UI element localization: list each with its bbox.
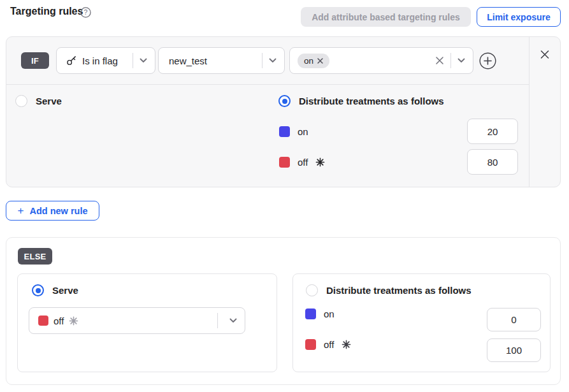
add-attribute-rules-button[interactable]: Add attribute based targeting rules [301,7,471,27]
selected-treatment-tag: on [298,54,329,68]
flag-select[interactable]: new_test [158,47,285,74]
treatment-on-swatch [279,126,290,137]
else-distribute-card: Distribute treatments as follows on off [292,273,551,372]
svg-text:?: ? [84,8,88,16]
matcher-select[interactable]: Is in flag [56,47,155,74]
else-serve-treatment-select[interactable]: off [29,307,245,334]
else-badge: ELSE [18,248,52,265]
treatment-row-off: off [279,149,325,175]
targeting-rules-page: Targeting rules ? Add attribute based ta… [0,0,569,392]
distribute-radio[interactable] [278,95,291,107]
else-treatment-row-off: off [305,331,351,357]
remove-tag-icon[interactable] [317,58,323,64]
else-distribute-label: Distribute treatments as follows [326,285,472,296]
treatment-off-swatch [305,339,316,350]
divider [133,53,133,68]
chevron-down-icon [140,58,147,63]
chevron-down-icon [229,318,237,323]
default-treatment-icon [315,157,325,167]
rule-card: IF Is in flag new_test [6,36,561,187]
else-treatment-off-percent-input[interactable] [487,338,541,362]
else-rule-card: ELSE Serve off Distr [6,237,561,385]
treatment-name: off [324,339,334,350]
add-new-rule-button[interactable]: + Add new rule [6,201,99,221]
plus-icon: + [18,205,24,216]
serve-label: Serve [36,96,62,106]
treatment-name: on [324,309,335,319]
default-treatment-icon [342,340,351,349]
else-treatment-on-percent-input[interactable] [487,308,541,331]
serve-option-row: Serve [15,95,62,107]
help-icon[interactable]: ? [80,7,91,18]
else-serve-card: Serve off [17,273,277,372]
divider [450,53,451,68]
else-distribute-radio[interactable] [306,284,318,296]
else-serve-option-row: Serve [32,284,78,296]
else-distribute-option-row: Distribute treatments as follows [306,284,472,296]
served-treatment-value: off [54,316,64,326]
matcher-select-value: Is in flag [82,55,118,66]
treatment-multiselect[interactable]: on [289,47,473,74]
else-serve-label: Serve [52,285,78,296]
treatment-on-percent-input[interactable] [467,119,518,144]
limit-exposure-button[interactable]: Limit exposure [477,7,561,27]
tag-label: on [304,56,313,66]
divider [217,313,218,328]
distribute-option-row: Distribute treatments as follows [278,95,444,107]
remove-rule-icon[interactable] [540,50,550,59]
treatment-name: on [298,126,308,137]
else-treatment-row-on: on [305,301,335,326]
rule-close-column [529,37,560,187]
add-condition-icon[interactable] [479,52,496,69]
rule-condition-row: IF Is in flag new_test [6,37,529,85]
chevron-down-icon [457,58,465,63]
flag-select-value: new_test [169,55,207,66]
flag-key-icon [66,55,77,66]
treatment-on-swatch [305,309,316,319]
else-serve-radio[interactable] [32,284,44,296]
distribute-label: Distribute treatments as follows [299,96,444,106]
treatment-off-percent-input[interactable] [467,149,518,175]
treatment-row-on: on [279,119,308,144]
clear-selection-icon[interactable] [435,56,444,65]
page-title: Targeting rules [10,6,83,17]
treatment-off-swatch [279,157,290,168]
chevron-down-icon [269,58,277,63]
default-treatment-icon [69,316,78,326]
add-new-rule-label: Add new rule [29,206,87,216]
divider [262,53,263,68]
if-badge: IF [21,52,49,69]
treatment-off-swatch [38,316,48,326]
treatment-name: off [298,157,308,168]
serve-radio[interactable] [15,95,27,107]
